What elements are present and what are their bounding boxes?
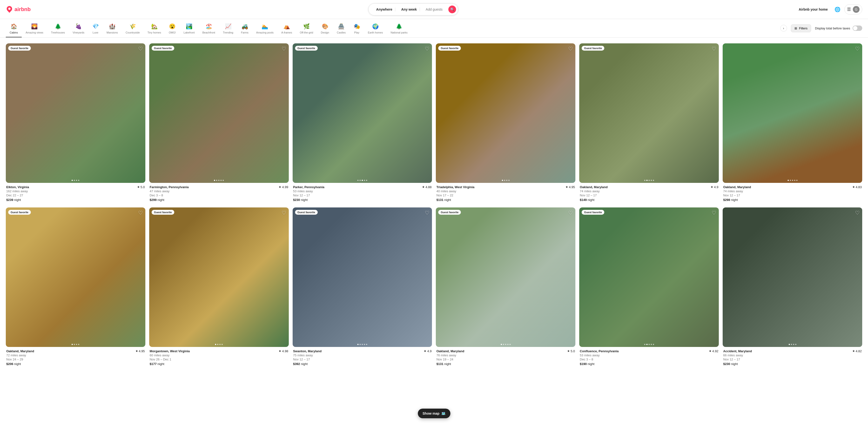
dot [364, 180, 365, 181]
user-menu[interactable]: ☰ G [844, 4, 862, 14]
listing-card[interactable]: Guest favorite ♡ Oakland, Maryland ★4.95… [6, 207, 145, 366]
scroll-right-arrow[interactable]: › [780, 25, 787, 32]
dot [71, 344, 73, 345]
category-item-cabins[interactable]: 🏠 Cabins [6, 22, 22, 37]
wishlist-button[interactable]: ♡ [425, 46, 430, 52]
listing-distance: 53 miles away [580, 354, 718, 357]
category-icon-beachfront: 🏖️ [206, 23, 212, 30]
image-dots [71, 344, 79, 345]
wishlist-button[interactable]: ♡ [282, 46, 286, 52]
wishlist-button[interactable]: ♡ [855, 210, 860, 216]
listing-info: Parker, Pennsylvania ★4.88 53 miles away… [292, 185, 432, 202]
airbnb-logo[interactable]: airbnb [6, 6, 31, 13]
listing-card[interactable]: Guest favorite ♡ Triadelphia, West Virgi… [436, 43, 576, 202]
listing-rating: ★4.83 [852, 185, 862, 189]
listing-image [579, 43, 719, 183]
wishlist-button[interactable]: ♡ [712, 46, 716, 52]
category-item-off-the-grid[interactable]: 🌿 Off-the-grid [296, 22, 317, 37]
listing-card[interactable]: Guest favorite ♡ Morgantown, West Virgin… [149, 207, 289, 366]
listing-card[interactable]: ♡ Accident, Maryland ★4.82 66 miles away… [723, 207, 862, 366]
search-dates[interactable]: Any week [398, 7, 420, 11]
dot [76, 344, 77, 345]
category-item-earth-homes[interactable]: 🌍 Earth homes [364, 22, 386, 37]
category-item-omg[interactable]: 😮 OMG! [165, 22, 180, 37]
listing-card[interactable]: Guest favorite ♡ Farmington, Pennsylvani… [149, 43, 289, 202]
search-location[interactable]: Anywhere [373, 7, 396, 11]
listing-card[interactable]: Guest favorite ♡ Parker, Pennsylvania ★4… [292, 43, 432, 202]
hamburger-icon: ☰ [847, 7, 851, 12]
listing-location: Oakland, Maryland [723, 185, 751, 189]
listing-info: Elkton, Virginia ★5.0 162 miles away Dec… [6, 185, 145, 202]
dot [219, 344, 221, 345]
listing-card[interactable]: Guest favorite ♡ Oakland, Maryland ★4.9 … [579, 43, 719, 202]
category-item-luxe[interactable]: 💎 Luxe [88, 22, 103, 37]
image-dots [214, 180, 224, 181]
listing-image [436, 207, 576, 347]
listing-price: $298 night [723, 198, 862, 202]
wishlist-button[interactable]: ♡ [568, 210, 573, 216]
category-item-mansions[interactable]: 🏰 Mansions [103, 22, 122, 37]
search-bar[interactable]: Anywhere Any week Add guests 🔍 [368, 3, 459, 15]
wishlist-button[interactable]: ♡ [282, 210, 286, 216]
listing-card[interactable]: ♡ Oakland, Maryland ★4.83 74 miles away … [723, 43, 862, 202]
dot [648, 180, 650, 181]
listing-location-row: Oakland, Maryland ★5.0 [436, 349, 575, 353]
dot [508, 180, 509, 181]
category-item-play[interactable]: 🎭 Play [349, 22, 364, 37]
listing-distance: 162 miles away [6, 189, 145, 193]
category-item-trending[interactable]: 📈 Trending [219, 22, 237, 37]
category-item-amazing-views[interactable]: 🌄 Amazing views [22, 22, 47, 37]
category-label-amazing-views: Amazing views [26, 31, 43, 34]
wishlist-button[interactable]: ♡ [138, 46, 143, 52]
listing-image-container: Guest favorite ♡ [436, 43, 576, 183]
listing-card[interactable]: Guest favorite ♡ Confluence, Pennsylvani… [579, 207, 719, 366]
listing-rating: ★4.95 [565, 185, 575, 189]
dot [362, 180, 363, 181]
category-item-national-parks[interactable]: 🌲 National parks [386, 22, 411, 37]
category-item-farms[interactable]: 🚜 Farms [237, 22, 252, 37]
category-item-vineyards[interactable]: 🍇 Vineyards [69, 22, 88, 37]
wishlist-button[interactable]: ♡ [712, 210, 716, 216]
wishlist-button[interactable]: ♡ [855, 46, 860, 52]
dot [216, 180, 217, 181]
wishlist-button[interactable]: ♡ [138, 210, 143, 216]
category-item-amazing-pools[interactable]: 🏊 Amazing pools [252, 22, 277, 37]
listing-image-container: ♡ [723, 207, 862, 347]
wishlist-button[interactable]: ♡ [568, 46, 573, 52]
wishlist-button[interactable]: ♡ [425, 210, 430, 216]
category-item-design[interactable]: 🎨 Design [317, 22, 333, 37]
category-item-castles[interactable]: 🏯 Castles [333, 22, 349, 37]
guest-favorite-badge: Guest favorite [152, 46, 174, 51]
category-item-treehouses[interactable]: 🌲 Treehouses [47, 22, 69, 37]
toggle-switch[interactable] [852, 26, 862, 31]
listing-card[interactable]: Guest favorite ♡ Swanton, Maryland ★4.9 … [292, 207, 432, 366]
guest-favorite-badge: Guest favorite [295, 210, 318, 215]
listing-image [436, 43, 576, 183]
listing-dates: Nov 12 – 17 [580, 193, 718, 197]
listing-image-container: Guest favorite ♡ [579, 43, 719, 183]
filters-button[interactable]: ⊞ Filters [791, 24, 811, 32]
globe-icon[interactable]: 🌐 [835, 6, 840, 12]
image-dots [787, 180, 797, 181]
search-button[interactable]: 🔍 [448, 5, 456, 13]
listing-dates: Nov 12 – 17 [723, 193, 862, 197]
listing-image-container: Guest favorite ♡ [579, 207, 719, 347]
listing-card[interactable]: Guest favorite ♡ Oakland, Maryland ★5.0 … [436, 207, 576, 366]
category-label-farms: Farms [241, 31, 249, 34]
category-item-tiny-homes[interactable]: 🏡 Tiny homes [144, 22, 165, 37]
listing-distance: 74 miles away [580, 189, 718, 193]
dot [651, 344, 652, 345]
category-item-a-frames[interactable]: ⛺ A-frames [277, 22, 296, 37]
airbnb-your-home-link[interactable]: Airbnb your home [796, 5, 831, 13]
category-item-countryside[interactable]: 🌾 Countryside [122, 22, 144, 37]
category-item-beachfront[interactable]: 🏖️ Beachfront [198, 22, 219, 37]
search-guests[interactable]: Add guests [423, 7, 445, 11]
category-label-castles: Castles [337, 31, 346, 34]
category-item-lakefront[interactable]: 🏞️ Lakefront [180, 22, 198, 37]
listing-price: $299 night [150, 198, 288, 202]
listing-image-container: Guest favorite ♡ [292, 43, 432, 183]
dot [214, 180, 215, 181]
dot [358, 180, 359, 181]
listing-card[interactable]: Guest favorite ♡ Elkton, Virginia ★5.0 1… [6, 43, 145, 202]
listing-price: $190 night [580, 362, 718, 366]
